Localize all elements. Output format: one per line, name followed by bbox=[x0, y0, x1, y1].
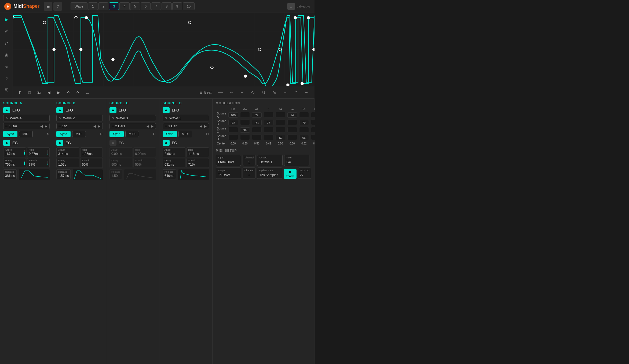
mod-d-100[interactable] bbox=[311, 135, 314, 140]
mod-b-mw[interactable] bbox=[240, 120, 250, 125]
source-b-rate-prev[interactable]: ◀ bbox=[93, 124, 96, 128]
shape-ramp-up[interactable]: ⌢ bbox=[237, 89, 247, 96]
mod-b-56[interactable]: 79 bbox=[299, 120, 309, 125]
source-d-midi[interactable]: MIDI bbox=[178, 131, 192, 137]
midi-output-channel[interactable]: Channel 1 bbox=[243, 168, 255, 179]
mod-c-100[interactable] bbox=[311, 127, 314, 132]
power-button[interactable]: ⏺ bbox=[4, 3, 11, 10]
shape-custom[interactable]: ∼ bbox=[302, 89, 311, 96]
zoom-tool[interactable]: ⇱ bbox=[3, 86, 10, 94]
delete-button[interactable]: 🗑 bbox=[16, 89, 24, 96]
midi-input-channel[interactable]: Channel 1 bbox=[243, 155, 255, 166]
source-b-rate-next[interactable]: ▶ bbox=[97, 124, 101, 128]
pencil-tool[interactable]: ✐ bbox=[3, 27, 10, 35]
mod-d-56[interactable]: 66 bbox=[299, 135, 309, 140]
s-curve-tool[interactable]: ♫ bbox=[3, 75, 10, 82]
redo-button[interactable]: ↷ bbox=[74, 89, 82, 96]
mod-a-100[interactable] bbox=[311, 112, 314, 117]
tab-8[interactable]: 8 bbox=[162, 2, 171, 10]
tab-1[interactable]: 1 bbox=[88, 2, 98, 10]
more-button[interactable]: ... bbox=[84, 89, 91, 96]
copy-button[interactable]: □ bbox=[26, 89, 33, 96]
mod-c-56[interactable] bbox=[299, 127, 309, 132]
shape-dip[interactable]: ∿ bbox=[248, 89, 258, 96]
source-c-retrig[interactable]: ↻ bbox=[153, 132, 156, 136]
source-c-rate-prev[interactable]: ◀ bbox=[146, 124, 149, 128]
source-a-rate-prev[interactable]: ◀ bbox=[40, 124, 43, 128]
midi-input-field[interactable]: Input From DAW bbox=[216, 155, 241, 166]
source-b-lfo-power[interactable]: ⏺ bbox=[56, 107, 63, 113]
source-a-retrig[interactable]: ↻ bbox=[46, 132, 50, 136]
mod-a-56[interactable] bbox=[299, 112, 309, 117]
play-back-button[interactable]: ◀ bbox=[45, 89, 53, 96]
mod-a-mw[interactable] bbox=[240, 112, 250, 117]
mod-d-5[interactable] bbox=[264, 135, 273, 140]
mod-c-14[interactable] bbox=[276, 127, 285, 132]
mod-c-mw[interactable]: 99 bbox=[240, 127, 250, 133]
tab-10[interactable]: 10 bbox=[183, 2, 195, 10]
shape-bump[interactable]: ∪ bbox=[259, 89, 268, 96]
mod-b-74[interactable] bbox=[287, 120, 297, 125]
tab-6[interactable]: 6 bbox=[141, 2, 151, 10]
source-d-eg-power[interactable]: ⏺ bbox=[163, 140, 170, 146]
mod-d-pb[interactable] bbox=[228, 135, 238, 140]
curve-tool[interactable]: ∿ bbox=[3, 63, 10, 70]
source-d-wave-selector[interactable]: ✎ Wave 1 bbox=[163, 115, 209, 121]
tab-3[interactable]: 3 bbox=[109, 2, 119, 10]
mod-c-74[interactable] bbox=[287, 127, 297, 132]
tab-9[interactable]: 9 bbox=[172, 2, 182, 10]
source-c-rate-next[interactable]: ▶ bbox=[151, 124, 154, 128]
mod-d-mw[interactable] bbox=[240, 135, 250, 140]
source-c-sync[interactable]: Sync bbox=[109, 131, 124, 137]
source-a-sync[interactable]: Sync bbox=[3, 131, 17, 137]
help-button[interactable]: ? bbox=[53, 2, 62, 11]
wave-canvas[interactable] bbox=[13, 13, 314, 86]
mod-d-at[interactable] bbox=[252, 135, 262, 140]
tab-4[interactable]: 4 bbox=[119, 2, 129, 10]
source-a-eg-power[interactable]: ⏺ bbox=[3, 140, 10, 146]
mod-c-pb[interactable] bbox=[228, 127, 238, 132]
midi-update-rate-field[interactable]: Update Rate 128 Samples bbox=[257, 168, 282, 179]
shape-flat[interactable]: — bbox=[216, 89, 225, 96]
source-c-wave-selector[interactable]: ✎ Wave 3 bbox=[109, 115, 156, 121]
midi-output-field[interactable]: Output To DAW bbox=[216, 168, 241, 179]
mod-d-74[interactable] bbox=[287, 135, 297, 140]
shape-saw[interactable]: ⌃ bbox=[291, 89, 301, 96]
tab-wave[interactable]: Wave bbox=[71, 2, 87, 10]
source-d-lfo-power[interactable]: ⏺ bbox=[163, 107, 170, 113]
source-c-midi[interactable]: MIDI bbox=[125, 131, 139, 137]
shape-ramp-down[interactable]: ⌣ bbox=[226, 89, 236, 96]
source-d-retrig[interactable]: ↻ bbox=[206, 132, 209, 136]
source-b-sync[interactable]: Sync bbox=[56, 131, 71, 137]
mod-b-pb[interactable]: -35 bbox=[228, 120, 238, 125]
mod-b-14[interactable] bbox=[276, 120, 285, 125]
mod-b-100[interactable] bbox=[311, 120, 314, 125]
teach-button[interactable]: ⏺ Teach bbox=[284, 169, 297, 179]
midi-octave-field[interactable]: Octave Octave 1 bbox=[257, 155, 282, 166]
mod-b-at[interactable]: -31 bbox=[252, 120, 262, 125]
node-tool[interactable]: ◉ bbox=[3, 51, 10, 58]
mod-c-5[interactable] bbox=[264, 127, 273, 132]
tab-5[interactable]: 5 bbox=[130, 2, 140, 10]
mod-a-5[interactable] bbox=[264, 112, 273, 117]
mod-a-14[interactable] bbox=[276, 112, 285, 117]
mod-b-5[interactable]: 78 bbox=[264, 120, 273, 125]
undo-button[interactable]: ↶ bbox=[64, 89, 72, 96]
source-b-eg-power[interactable]: ⏺ bbox=[56, 140, 63, 146]
shape-scurve[interactable]: ∿ bbox=[269, 89, 279, 96]
select-tool[interactable]: ▶ bbox=[3, 16, 10, 23]
shape-smooth[interactable]: ⌣ bbox=[280, 89, 290, 96]
source-a-lfo-power[interactable]: ⏺ bbox=[3, 107, 10, 113]
select-region-tool[interactable]: ⇄ bbox=[3, 39, 10, 47]
source-a-wave-selector[interactable]: ✎ Wave 4 bbox=[3, 115, 50, 121]
mod-a-pb[interactable]: 100 bbox=[228, 112, 238, 118]
midi-cc-field[interactable]: MIDI CC 27 bbox=[298, 168, 311, 179]
source-b-retrig[interactable]: ↻ bbox=[100, 132, 103, 136]
source-a-midi[interactable]: MIDI bbox=[19, 131, 33, 137]
mod-a-at[interactable]: 79 bbox=[252, 112, 262, 118]
menu-button[interactable]: ☰ bbox=[44, 2, 52, 11]
source-c-eg-power[interactable]: ⏺ bbox=[109, 140, 116, 146]
source-b-wave-selector[interactable]: ✎ Wave 2 bbox=[56, 115, 103, 121]
source-d-rate-next[interactable]: ▶ bbox=[204, 124, 207, 128]
tab-2[interactable]: 2 bbox=[98, 2, 108, 10]
